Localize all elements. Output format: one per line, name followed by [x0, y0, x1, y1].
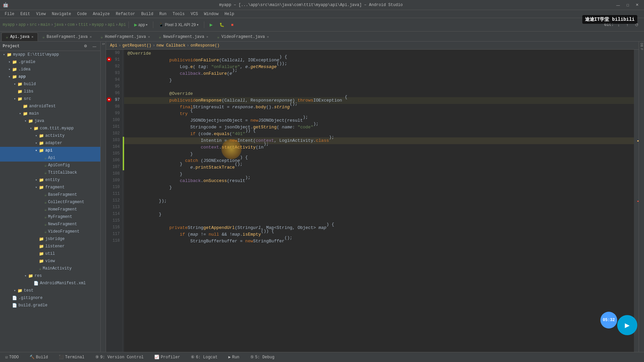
menu-run[interactable]: Run [157, 11, 169, 17]
tree-jsbridge[interactable]: 📁 jsbridge [0, 235, 100, 243]
menu-analyze[interactable]: Analyze [90, 11, 112, 17]
tree-comttit[interactable]: ▾ 📁 com.ttit.myapp [0, 125, 100, 132]
tab-newsfragment[interactable]: ☕ NewsFragment.java ✕ [154, 33, 213, 41]
menu-navigate[interactable]: Navigate [49, 11, 74, 17]
tree-api-folder[interactable]: ▾ 📁 api [0, 147, 100, 154]
tree-libs[interactable]: 📁 libs [0, 88, 100, 95]
breadcrumb-myapp[interactable]: myapp [3, 22, 15, 27]
file-explorer-icon[interactable]: F [640, 48, 643, 50]
tree-app[interactable]: ▾ 📁 app [0, 73, 100, 80]
git-history-button[interactable]: ⏱ [632, 20, 641, 29]
tab-basefragment[interactable]: ☕ BaseFragment.java ✕ [38, 33, 96, 41]
tree-basefragment[interactable]: ☕ BaseFragment [0, 191, 100, 198]
breadcrumb-callback[interactable]: new Callback [156, 43, 185, 48]
tree-test[interactable]: ▾ 📁 test [0, 287, 100, 294]
breadcrumb-myapp2[interactable]: myapp [92, 22, 104, 27]
run-config-dropdown[interactable]: ▶ app ▾ [131, 20, 150, 29]
menu-edit[interactable]: Edit [18, 11, 33, 17]
tree-idea[interactable]: ▾ 📁 .idea [0, 66, 100, 73]
device-dropdown[interactable]: 📱 Pixel 3 XL API 29 ▾ [156, 20, 201, 29]
close-tab-base[interactable]: ✕ [90, 35, 92, 39]
time-badge[interactable]: 05:32 [600, 312, 617, 328]
breadcrumb-src[interactable]: src [30, 22, 37, 27]
menu-view[interactable]: View [34, 11, 49, 17]
tab-api[interactable]: ☕ Api.java ✕ [1, 33, 38, 41]
tree-myfragment[interactable]: ☕ MyFragment [0, 213, 100, 221]
tree-homefragment[interactable]: ☕ HomeFragment [0, 206, 100, 213]
breadcrumb-ttit[interactable]: ttit [78, 22, 88, 27]
minimize-button[interactable]: — [613, 0, 623, 10]
tree-src[interactable]: ▾ 📁 src [0, 95, 100, 103]
tab-terminal[interactable]: ⬛ Terminal [56, 353, 87, 362]
tab-debug[interactable]: ⑤ 5: Debug [248, 353, 277, 362]
code-text[interactable]: @Override public void onFailure(Call cal… [124, 50, 634, 352]
run-button[interactable]: ▶ [207, 20, 215, 29]
structure-icon[interactable]: S [101, 43, 105, 45]
close-tab-video[interactable]: ✕ [267, 35, 269, 39]
git-update-button[interactable]: ↓ [615, 20, 623, 29]
tab-logcat[interactable]: ⑥ 6: Logcat [188, 353, 220, 362]
breadcrumb-app[interactable]: app [18, 22, 26, 27]
close-tab-api[interactable]: ✕ [32, 35, 34, 39]
tree-collectfragment[interactable]: ☕ CollectFragment [0, 198, 100, 206]
tree-gitignore[interactable]: 📄 .gitignore [0, 294, 100, 302]
tab-videofragment[interactable]: ☕ VideoFragment.java ✕ [213, 33, 273, 41]
tree-adapter[interactable]: ▾ 📁 adapter [0, 139, 100, 147]
tab-build[interactable]: 🔨 Build [27, 353, 51, 362]
breadcrumb-main[interactable]: main [41, 22, 50, 27]
tree-activity[interactable]: ▾ 📁 activity [0, 132, 100, 139]
tree-fragment[interactable]: ▾ 📁 fragment [0, 184, 100, 191]
database-icon[interactable]: DB [640, 43, 643, 47]
breadcrumb-api[interactable]: api [108, 22, 115, 27]
window-controls[interactable]: 🤖 [3, 2, 8, 8]
tree-entity[interactable]: ▾ 📁 entity [0, 176, 100, 184]
tree-java[interactable]: ▾ 📁 java [0, 117, 100, 125]
menu-refactor[interactable]: Refactor [113, 11, 138, 17]
sidebar-settings-button[interactable]: ⚙ [83, 42, 89, 51]
stop-button[interactable]: ■ [228, 20, 236, 29]
tab-homefragment[interactable]: ☕ HomeFragment.java ✕ [96, 33, 155, 41]
tree-listener[interactable]: 📁 listener [0, 243, 100, 250]
tab-run[interactable]: ▶ Run [226, 353, 242, 362]
breadcrumb-api[interactable]: Api [110, 43, 117, 48]
breadcrumb-java[interactable]: java [54, 22, 64, 27]
tree-res[interactable]: ▾ 📁 res [0, 272, 100, 280]
breadcrumb-onresponse[interactable]: onResponse() [191, 43, 219, 48]
tree-api-file[interactable]: ☕ Api [0, 154, 100, 162]
tree-view[interactable]: 📁 view [0, 257, 100, 265]
debug-button[interactable]: 🐛 [217, 20, 227, 29]
tree-apiconfig[interactable]: ☕ ApiConfig [0, 162, 100, 169]
tab-todo[interactable]: ☑ TODO [3, 353, 21, 362]
tree-gradle[interactable]: ▾ 📁 .gradle [0, 58, 100, 66]
bilibili-button[interactable]: ▶ [617, 315, 637, 335]
menu-help[interactable]: Help [222, 11, 237, 17]
close-button[interactable]: ✕ [633, 0, 641, 10]
maximize-button[interactable]: □ [624, 0, 632, 10]
tree-buildgradle[interactable]: 📄 build.gradle [0, 302, 100, 309]
git-push-button[interactable]: ↑ [624, 20, 631, 29]
scrollbar[interactable] [634, 50, 639, 352]
tree-main[interactable]: ▾ 📁 main [0, 110, 100, 117]
menu-code[interactable]: Code [74, 11, 90, 17]
window-buttons[interactable]: — □ ✕ [613, 0, 641, 10]
tree-mainactivity[interactable]: ☕ MainActivity [0, 265, 100, 272]
menu-file[interactable]: File [2, 11, 17, 17]
close-tab-news[interactable]: ✕ [206, 35, 208, 39]
tab-versioncontrol[interactable]: ⑨ 9: Version Control [93, 353, 147, 362]
breadcrumb-getrequest[interactable]: getRequest() [122, 43, 151, 48]
breadcrumb-com[interactable]: com [67, 22, 75, 27]
sidebar-collapse-button[interactable]: — [91, 42, 98, 51]
tree-build[interactable]: ▾ 📁 build [0, 80, 100, 88]
tree-myapp[interactable]: ▾ 📁 myapp E:\ttit\myapp [0, 51, 100, 58]
tree-util[interactable]: 📁 util [0, 250, 100, 257]
tree-ttitcallback[interactable]: ☕ TtitCallback [0, 169, 100, 176]
close-tab-home[interactable]: ✕ [148, 35, 150, 39]
tree-newsfragment[interactable]: ☕ NewsFragment [0, 221, 100, 228]
menu-tools[interactable]: Tools [170, 11, 187, 17]
tab-profiler[interactable]: 📈 Profiler [152, 353, 183, 362]
menu-build[interactable]: Build [139, 11, 156, 17]
tree-videofragment[interactable]: ☕ VideoFragment [0, 228, 100, 235]
tree-androidtest[interactable]: 📁 androidTest [0, 103, 100, 110]
menu-vcs[interactable]: VCS [188, 11, 201, 17]
menu-window[interactable]: Window [201, 11, 221, 17]
